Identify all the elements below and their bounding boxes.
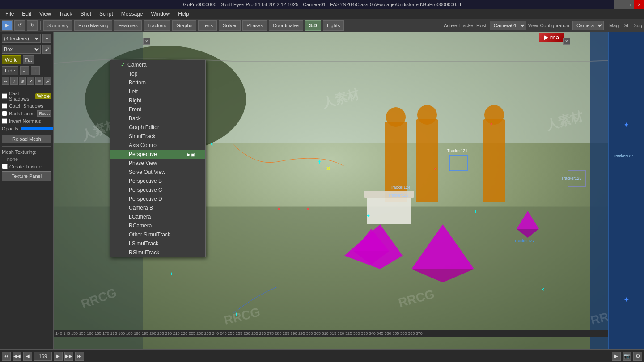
dropdown-back[interactable]: Back bbox=[110, 114, 205, 123]
menu-shot[interactable]: Shot bbox=[76, 10, 95, 18]
tl-frame-input[interactable] bbox=[34, 352, 52, 361]
tool-move[interactable]: ↔ bbox=[2, 77, 9, 85]
dropdown-left[interactable]: Left bbox=[110, 87, 205, 96]
toolbar-icon1[interactable]: ▶ bbox=[2, 20, 13, 31]
svg-text:+: + bbox=[474, 208, 477, 215]
back-faces-checkbox[interactable] bbox=[2, 111, 7, 116]
tl-next-frame[interactable]: ▶ bbox=[54, 352, 63, 361]
mesh-texturing-label: Mesh Texturing: bbox=[2, 149, 51, 155]
hide-btn[interactable]: Hide bbox=[2, 66, 18, 75]
plus-btn[interactable]: + bbox=[31, 66, 40, 75]
dropdown-phase-view[interactable]: Phase View bbox=[110, 159, 205, 168]
tool-rotate[interactable]: ↺ bbox=[10, 77, 18, 85]
box-select[interactable]: Box bbox=[2, 45, 41, 54]
svg-point-15 bbox=[386, 107, 406, 127]
world-btn[interactable]: World bbox=[2, 55, 21, 64]
dropdown-left-label: Left bbox=[129, 88, 138, 95]
cast-shadows-checkbox[interactable] bbox=[2, 93, 7, 99]
dropdown-lcamera-label: LCamera bbox=[129, 214, 151, 220]
invert-normals-checkbox[interactable] bbox=[2, 118, 7, 124]
tl-next-key[interactable]: ▶▶ bbox=[64, 352, 73, 361]
tracker-host-select[interactable]: Camera01 bbox=[490, 21, 526, 30]
toolbar-3d[interactable]: 3-D bbox=[305, 20, 321, 31]
menu-script[interactable]: Script bbox=[96, 10, 117, 18]
dropdown-right[interactable]: Right bbox=[110, 96, 205, 105]
dropdown-rsimul-label: RSimulTrack bbox=[129, 249, 159, 256]
create-texture-checkbox[interactable] bbox=[2, 164, 8, 169]
trackers-dropdown-btn[interactable]: ▼ bbox=[42, 34, 51, 43]
dropdown-perspective-c[interactable]: Perspective C bbox=[110, 185, 205, 194]
dropdown-lcamera[interactable]: LCamera bbox=[110, 212, 205, 221]
menu-edit[interactable]: Edit bbox=[18, 10, 35, 18]
catch-shadows-checkbox[interactable] bbox=[2, 103, 7, 109]
menu-help[interactable]: Help bbox=[174, 10, 193, 18]
dropdown-graph-editor[interactable]: Graph Editor bbox=[110, 123, 205, 132]
tool-pen[interactable]: 🖊 bbox=[44, 77, 51, 85]
menu-view[interactable]: View bbox=[36, 10, 55, 18]
dropdown-rcamera[interactable]: RCamera bbox=[110, 221, 205, 230]
tool-pencil[interactable]: ✏ bbox=[35, 77, 43, 85]
dropdown-camera-b[interactable]: Camera B bbox=[110, 203, 205, 212]
brush-icon[interactable]: 🖌 bbox=[42, 45, 51, 54]
tl-settings-btn[interactable]: ⚙ bbox=[633, 352, 642, 361]
dropdown-other-simul[interactable]: Other SimulTrack bbox=[110, 230, 205, 239]
left-panel: (4 trackers) ▼ Box 🖌 World Fat Hide # + … bbox=[0, 32, 54, 349]
toolbar-phases[interactable]: Phases bbox=[242, 20, 267, 31]
tool-scale[interactable]: ⊕ bbox=[19, 77, 26, 85]
tl-prev-frame[interactable]: ◀ bbox=[23, 352, 32, 361]
dropdown-top[interactable]: Top bbox=[110, 69, 205, 78]
dropdown-rsimul[interactable]: RSimulTrack bbox=[110, 248, 205, 257]
toolbar-icon3[interactable]: ↻ bbox=[27, 20, 38, 31]
minimize-button[interactable]: — bbox=[614, 0, 624, 9]
tl-play-btn[interactable]: ▶ bbox=[612, 352, 621, 361]
maximize-button[interactable]: □ bbox=[624, 0, 634, 9]
dropdown-bottom[interactable]: Bottom bbox=[110, 78, 205, 87]
tl-go-start[interactable]: ⏮ bbox=[2, 352, 11, 361]
viewport-close-1[interactable]: ✕ bbox=[143, 38, 150, 45]
menu-message[interactable]: Message bbox=[118, 10, 147, 18]
title-bar: GoPro0000000 - SynthEyes Pro 64-bit 2012… bbox=[0, 0, 644, 9]
tracker-host-group: Active Tracker Host: Camera01 View Confi… bbox=[444, 21, 642, 30]
toolbar-lights[interactable]: Lights bbox=[323, 20, 344, 31]
dropdown-perspective[interactable]: Perspective ▶▣ bbox=[110, 150, 205, 159]
toolbar-lens[interactable]: Lens bbox=[198, 20, 217, 31]
texture-panel-btn[interactable]: Texture Panel bbox=[2, 171, 51, 181]
hash-btn[interactable]: # bbox=[20, 66, 29, 75]
toolbar-trackers[interactable]: Trackers bbox=[144, 20, 170, 31]
tl-camera-btn[interactable]: 📷 bbox=[623, 352, 631, 361]
dropdown-lsimul[interactable]: LSimulTrack bbox=[110, 239, 205, 248]
close-button[interactable]: ✕ bbox=[634, 0, 644, 9]
right-blue-panel: ✦ Tracker127 ✦ bbox=[608, 32, 644, 349]
toolbar-graphs[interactable]: Graphs bbox=[172, 20, 196, 31]
dropdown-perspective-b[interactable]: Perspective B bbox=[110, 177, 205, 185]
view-config-select[interactable]: Camera bbox=[572, 21, 604, 30]
toolbar-summary[interactable]: Summary bbox=[43, 20, 72, 31]
tool-select[interactable]: ↗ bbox=[27, 77, 34, 85]
dropdown-perspective-d[interactable]: Perspective D bbox=[110, 194, 205, 203]
toolbar-solver[interactable]: Solver bbox=[219, 20, 241, 31]
toolbar-coordinates[interactable]: Coordinates bbox=[269, 20, 303, 31]
dropdown-axis-control[interactable]: Axis Control bbox=[110, 141, 205, 150]
toolbar-roto[interactable]: Roto Masking bbox=[74, 20, 112, 31]
dropdown-phase-view-label: Phase View bbox=[129, 160, 157, 166]
menu-window[interactable]: Window bbox=[147, 10, 174, 18]
menu-file[interactable]: File bbox=[2, 10, 17, 18]
dropdown-solve-out[interactable]: Solve Out View bbox=[110, 168, 205, 177]
dropdown-camera[interactable]: ✓ Camera bbox=[110, 60, 205, 69]
fat-btn[interactable]: Fat bbox=[23, 55, 34, 64]
dropdown-simul-track[interactable]: SimulTrack bbox=[110, 132, 205, 141]
trackers-select[interactable]: (4 trackers) bbox=[2, 34, 41, 43]
opacity-slider[interactable] bbox=[20, 126, 54, 132]
timeline: ⏮ ◀◀ ◀ ▶ ▶▶ ⏭ ▶ 📷 ⚙ bbox=[0, 349, 644, 362]
viewport-close-2[interactable]: ✕ bbox=[563, 38, 570, 45]
menu-track[interactable]: Track bbox=[55, 10, 76, 18]
tl-go-end[interactable]: ⏭ bbox=[75, 352, 84, 361]
dl-label: D/L bbox=[622, 23, 630, 28]
toolbar-icon2[interactable]: ↺ bbox=[14, 20, 25, 31]
dropdown-front[interactable]: Front bbox=[110, 105, 205, 114]
toolbar-features[interactable]: Features bbox=[114, 20, 141, 31]
reload-mesh-btn[interactable]: Reload Mesh bbox=[2, 135, 51, 143]
reset-btn[interactable]: Reset bbox=[37, 110, 51, 117]
svg-text:+: + bbox=[367, 213, 370, 219]
tl-prev-key[interactable]: ◀◀ bbox=[13, 352, 21, 361]
